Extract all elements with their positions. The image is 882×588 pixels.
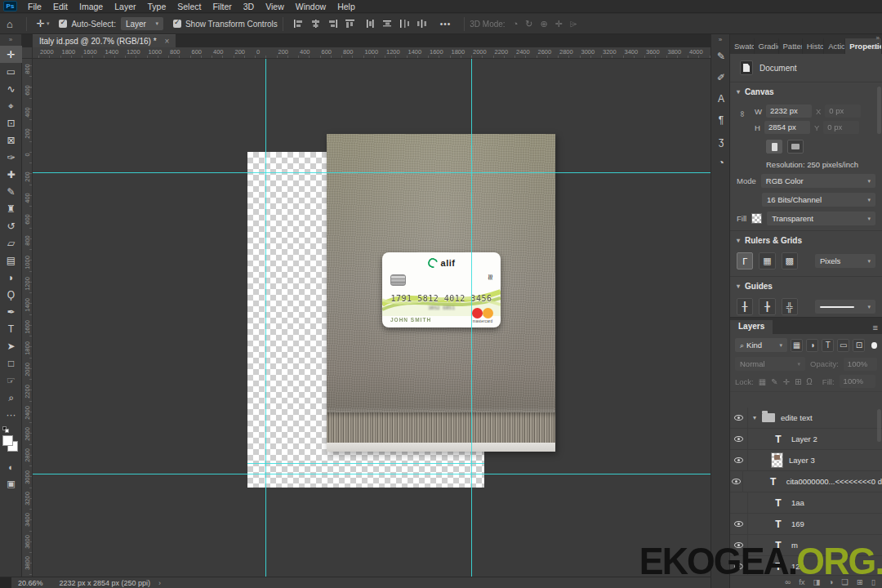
blur-tool[interactable]: ◗ [0,269,22,286]
canvas-area[interactable]: alif ≋ 1791 5812 4012 3456 3852 6851 JOH… [22,47,710,577]
y-field[interactable]: 0 px [823,121,859,134]
landscape-orientation-button[interactable] [787,140,804,154]
portrait-orientation-button[interactable] [766,140,782,154]
layer-name[interactable]: 1aa [791,498,804,507]
gradient-tool[interactable]: ▤ [0,252,22,269]
ruler-toggle-icon[interactable]: Γ [737,252,753,270]
type-tool[interactable]: T [0,320,22,337]
eyedropper-tool[interactable]: ✑ [0,149,22,166]
lock-transparency-icon[interactable]: ▦ [759,377,766,386]
strip-collapse-icon[interactable]: » [711,34,729,46]
menu-item[interactable]: Type [141,0,172,13]
auto-select-checkbox[interactable] [59,20,67,28]
libraries-panel-icon[interactable]: ◔ [711,152,731,173]
tab-actions[interactable]: Actio [824,38,845,54]
object-selection-tool[interactable]: ⌖ [0,97,22,114]
layer-visibility-toggle[interactable] [730,492,748,513]
pixel-grid-toggle-icon[interactable]: ▩ [782,252,798,270]
hand-tool[interactable]: ☞ [0,372,22,389]
rectangular-marquee-tool[interactable]: ▭ [0,63,22,80]
lock-position-icon[interactable]: ✛ [783,377,790,386]
width-field[interactable]: 2232 px [766,105,812,118]
guide-horizontal-1[interactable] [33,172,710,173]
menu-item[interactable]: Edit [47,0,74,13]
menu-item[interactable]: Filter [207,0,237,13]
foreground-color-swatch[interactable] [2,435,13,446]
menu-item[interactable]: Window [290,0,332,13]
crop-tool[interactable]: ⊡ [0,114,22,131]
filter-smart-objects-icon[interactable]: ⊡ [853,339,865,352]
canvas-section-header[interactable]: ▾ Canvas [730,82,882,100]
3d-pan-icon[interactable]: ⊕ [541,19,548,29]
layer-row[interactable]: ▾ T Layer 3 [730,450,882,471]
menu-item[interactable]: View [260,0,290,13]
character-panel-icon[interactable]: A [711,88,731,109]
default-colors-icon[interactable] [2,426,10,433]
align-center-h-icon[interactable] [310,19,321,29]
color-mode-dropdown[interactable]: RGB Color [761,174,875,188]
brush-settings-icon[interactable]: ✎ [711,46,731,67]
units-dropdown[interactable]: Pixels [815,254,875,268]
clone-stamp-tool[interactable]: ♜ [0,200,22,217]
history-brush-tool[interactable]: ↺ [0,217,22,234]
close-tab-icon[interactable]: × [165,37,170,46]
layer-visibility-toggle[interactable] [730,514,748,534]
filter-adjustment-layers-icon[interactable]: ◑ [806,339,818,352]
status-expand-icon[interactable]: › [158,579,161,587]
properties-document-chip[interactable]: Document [730,54,882,82]
guides-section-header[interactable]: ▾ Guides [730,277,882,294]
spot-healing-brush-tool[interactable]: ✚ [0,166,22,183]
auto-select-target-dropdown[interactable]: Layer [121,17,163,30]
distribute-spacing-icon[interactable] [416,19,427,29]
opacity-field[interactable]: 100% [844,358,877,371]
layer-name[interactable]: cita0000000...<<<<<<<<0 d [786,477,882,486]
distribute-top-icon[interactable] [365,19,376,29]
guide-horizontal-3[interactable] [33,474,710,474]
menu-item[interactable]: Image [74,0,109,13]
layer-name[interactable]: Layer 3 [789,456,815,465]
lock-all-icon[interactable]: Ω [806,377,812,386]
layers-scrollbar[interactable] [877,409,881,442]
group-caret-icon[interactable]: ▾ [753,414,756,421]
layer-fill-field[interactable]: 100% [840,375,875,388]
grid-toggle-icon[interactable]: ▦ [759,252,775,270]
3d-roll-icon[interactable]: ↻ [525,19,532,29]
lock-paint-icon[interactable]: ✎ [771,377,777,386]
x-field[interactable]: 0 px [825,105,861,118]
kind-filter-dropdown[interactable]: ⌕Kind [735,338,787,352]
lasso-tool[interactable]: ∿ [0,80,22,97]
layer-row[interactable]: ▾ T 1aa [730,492,882,514]
credit-card[interactable]: alif ≋ 1791 5812 4012 3456 3852 6851 JOH… [382,252,501,327]
link-dimensions-icon[interactable]: ∞ [738,111,747,117]
tab-swatches[interactable]: Swatc [730,38,755,54]
filter-type-layers-icon[interactable]: T [822,339,834,352]
dodge-tool[interactable]: Ϙ [0,286,22,303]
layer-row[interactable]: ▾ T Layer 2 [730,429,882,450]
eraser-tool[interactable]: ▱ [0,234,22,252]
screen-mode-button[interactable]: ▣ [0,475,22,492]
filter-pixel-layers-icon[interactable]: ▦ [791,339,803,352]
zoom-tool[interactable]: ⌕ [0,389,22,406]
lock-guides-icon[interactable]: ╬ [782,298,798,315]
path-selection-tool[interactable]: ➤ [0,337,22,354]
height-field[interactable]: 2854 px [764,121,810,134]
edit-toolbar-button[interactable]: ··· [0,406,22,423]
paragraph-panel-icon[interactable]: ¶ [711,109,731,131]
layer-name[interactable]: 169 [791,519,804,528]
ruler-horizontal[interactable]: 2000180016001400120010008006004002000200… [33,47,710,59]
document-tab[interactable]: Italy id.psd @ 20.7% (RGB/16) * × [33,34,176,47]
tab-layers[interactable]: Layers [730,320,773,334]
move-tool[interactable]: ✛ [0,46,22,63]
3d-slide-icon[interactable]: ✛ [555,19,563,29]
guide-vertical-2[interactable] [471,59,472,577]
3d-orbit-icon[interactable]: ◔ [513,19,519,29]
fabric-photo-layer[interactable]: alif ≋ 1791 5812 4012 3456 3852 6851 JOH… [327,134,555,452]
panel-menu-icon[interactable]: ≡ [874,42,879,51]
layers-menu-icon[interactable]: ≡ [873,323,878,332]
tab-gradients[interactable]: Gradie [755,38,779,54]
rectangle-tool[interactable]: □ [0,354,22,372]
layer-visibility-toggle[interactable] [730,429,748,449]
ruler-vertical[interactable]: 8006004002000200400600800100012001400160… [22,59,33,577]
tab-histogram[interactable]: Histo [803,38,825,54]
properties-scrollbar[interactable] [877,87,881,134]
